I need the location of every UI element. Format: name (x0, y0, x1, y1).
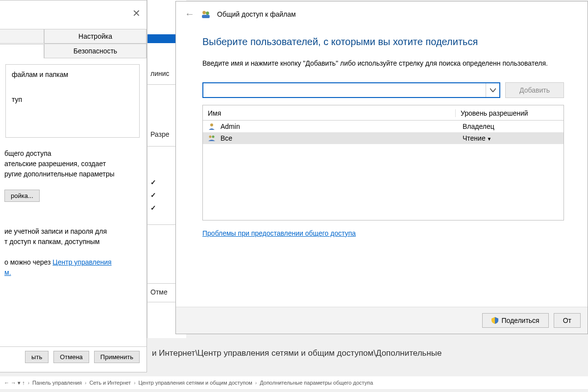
network-center-link[interactable]: Центр управления (52, 258, 111, 266)
close-button[interactable]: ыть (25, 351, 49, 363)
close-icon[interactable]: ✕ (132, 7, 141, 19)
breadcrumb-item[interactable]: Дополнительные параметры общего доступа (260, 380, 373, 386)
properties-dialog: ✕ Настройка ступ Безопасность файлам и п… (0, 0, 147, 372)
user-name: Все (220, 134, 461, 142)
share-description: Введите имя и нажмите кнопку "Добавить" … (202, 58, 564, 69)
add-button[interactable]: Добавить (505, 82, 564, 98)
tab-sharing[interactable]: ступ (0, 44, 44, 58)
breadcrumb-item[interactable]: Центр управления сетями и общим доступом (138, 380, 252, 386)
svg-point-5 (212, 136, 215, 138)
back-arrow-icon[interactable]: ← (185, 8, 195, 20)
user-combo[interactable] (202, 82, 500, 98)
svg-point-4 (209, 136, 212, 138)
props-text-line: туп (12, 95, 133, 105)
share-button[interactable]: Поделиться (482, 313, 548, 328)
troubleshoot-link[interactable]: Проблемы при предоставлении общего досту… (202, 229, 356, 237)
cancel-button[interactable]: От (554, 313, 581, 328)
props-text-line: ругие дополнительные параметры (4, 169, 140, 179)
people-icon (201, 10, 210, 19)
svg-rect-2 (202, 15, 210, 18)
svg-point-3 (210, 123, 213, 126)
file-sharing-dialog: ← Общий доступ к файлам Выберите пользов… (175, 1, 588, 334)
shield-icon (491, 317, 498, 324)
bg-path-text: и Интернет\Центр управления сетями и общ… (147, 345, 588, 361)
column-header-name[interactable]: Имя (208, 109, 456, 117)
svg-point-0 (202, 11, 206, 14)
breadcrumb: ← → ▾ ↑ › Панель управления › Сеть и Инт… (0, 376, 588, 389)
props-text-line: ие учетной записи и пароля для (4, 226, 140, 237)
props-text-line: о можно через (4, 258, 52, 266)
tab-security[interactable]: Безопасность (44, 44, 147, 58)
dialog-title: Общий доступ к файлам (217, 10, 296, 18)
cancel-button[interactable]: Отмена (53, 351, 89, 363)
props-text-line: ательские разрешения, создает (4, 159, 140, 169)
breadcrumb-item[interactable]: Сеть и Интернет (89, 380, 131, 386)
apply-button[interactable]: Применить (94, 351, 140, 363)
svg-point-1 (206, 11, 209, 15)
table-row[interactable]: Все Чтение (203, 132, 564, 144)
user-name: Admin (220, 122, 461, 130)
chevron-down-icon[interactable] (486, 83, 499, 97)
column-header-permission[interactable]: Уровень разрешений (456, 109, 559, 117)
table-row[interactable]: Admin Владелец (203, 121, 564, 132)
tab-general[interactable] (0, 29, 44, 43)
user-table: Имя Уровень разрешений Admin Владелец Вс… (202, 105, 564, 220)
props-text-line: бщего доступа (4, 148, 140, 159)
share-button-label: Поделиться (501, 317, 539, 324)
breadcrumb-item[interactable]: Панель управления (32, 380, 82, 386)
share-heading: Выберите пользователей, с которыми вы хо… (202, 36, 564, 48)
advanced-settings-button[interactable]: ройка... (4, 190, 40, 202)
permission-dropdown[interactable]: Чтение (461, 134, 559, 142)
users-icon (208, 134, 218, 142)
user-input[interactable] (203, 83, 486, 97)
props-text-line: файлам и папкам (12, 70, 133, 80)
user-permission: Владелец (461, 122, 559, 130)
user-icon (208, 122, 218, 130)
props-text-line: т доступ к папкам, доступным (4, 237, 140, 247)
tab-settings[interactable]: Настройка (44, 29, 147, 43)
network-center-link[interactable]: м. (4, 268, 140, 278)
